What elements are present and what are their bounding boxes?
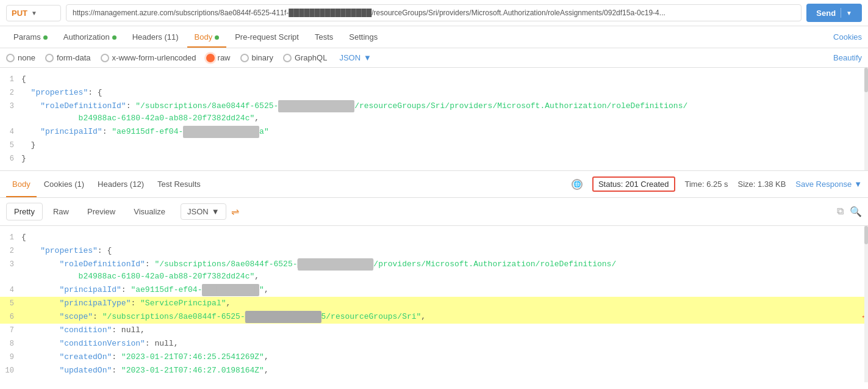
resp-scrollbar-thumb[interactable] <box>864 226 868 244</box>
time-info: Time: 6.25 s <box>685 180 728 189</box>
radio-binary-circle <box>240 54 249 62</box>
response-tabs: Body Cookies (1) Headers (12) Test Resul… <box>6 176 562 192</box>
req-line-3: 3 "roleDefinitionId": "/subscriptions/8a… <box>0 100 868 125</box>
radio-formdata[interactable]: form-data <box>45 53 91 62</box>
resp-testresults-label: Test Results <box>157 180 201 189</box>
radio-graphql[interactable]: GraphQL <box>283 53 327 62</box>
method-chevron-icon: ▼ <box>31 10 37 16</box>
radio-none-circle <box>6 54 15 62</box>
tab-headers[interactable]: Headers (11) <box>125 26 186 48</box>
status-info: 🌐 Status: 201 Created Time: 6.25 s Size:… <box>572 176 862 192</box>
req-line-1: 1 { <box>0 73 868 86</box>
resp-json-chevron-icon: ▼ <box>212 207 220 216</box>
rvtab-preview-label: Preview <box>87 207 115 216</box>
request-body-editor: 1 { 2 "properties": { 3 "roleDefinitionI… <box>0 68 868 171</box>
editor-scrollbar-thumb[interactable] <box>864 68 868 92</box>
radio-urlencoded-circle <box>101 54 109 62</box>
rvtab-pretty[interactable]: Pretty <box>6 203 43 220</box>
copy-button[interactable]: ⧉ <box>837 206 844 217</box>
globe-icon: 🌐 <box>572 179 583 190</box>
tab-settings[interactable]: Settings <box>342 26 385 48</box>
params-dot <box>43 35 48 40</box>
resp-line-3: 3 "roleDefinitionId": "/subscriptions/8a… <box>0 258 868 283</box>
rvtab-pretty-label: Pretty <box>14 207 35 216</box>
method-label: PUT <box>12 9 27 18</box>
send-divider <box>841 8 841 18</box>
radio-binary-label: binary <box>252 53 273 62</box>
radio-urlencoded-label: x-www-form-urlencoded <box>112 53 196 62</box>
resp-tab-headers[interactable]: Headers (12) <box>91 176 150 192</box>
resp-line-6: 6 "scope": "/subscriptions/8ae0844f-6525… <box>0 310 868 324</box>
cookies-link[interactable]: Cookies <box>833 32 862 42</box>
beautify-button[interactable]: Beautify <box>833 53 862 62</box>
tab-prerequest-label: Pre-request Script <box>235 32 299 42</box>
response-meta-bar: Body Cookies (1) Headers (12) Test Resul… <box>0 171 868 198</box>
radio-none[interactable]: none <box>6 53 35 62</box>
radio-formdata-label: form-data <box>57 53 91 62</box>
radio-graphql-circle <box>283 54 292 62</box>
tab-params[interactable]: Params <box>6 26 55 48</box>
tab-body[interactable]: Body <box>187 26 227 48</box>
resp-line-4: 4 "principalId": "ae9115df-ef04-████████… <box>0 283 868 297</box>
resp-cookies-label: Cookies (1) <box>44 180 84 189</box>
tab-body-label: Body <box>195 32 213 42</box>
radio-graphql-label: GraphQL <box>295 53 327 62</box>
resp-line-1: 1 { <box>0 231 868 244</box>
response-body: 1 { 2 "properties": { 3 "roleDefinitionI… <box>0 226 868 382</box>
tab-authorization[interactable]: Authorization <box>56 26 124 48</box>
resp-body-label: Body <box>12 180 30 189</box>
save-response-chevron: ▼ <box>854 180 862 189</box>
resp-line-10: 10 "updatedOn": "2023-01-21T07:46:27.019… <box>0 364 868 377</box>
resp-line-8: 8 "conditionVersion": null, <box>0 337 868 351</box>
radio-formdata-circle <box>45 54 54 62</box>
tab-authorization-label: Authorization <box>63 32 110 42</box>
resp-line-9: 9 "createdOn": "2023-01-21T07:46:25.2541… <box>0 351 868 364</box>
json-format-select[interactable]: JSON ▼ <box>339 53 371 62</box>
req-line-2: 2 "properties": { <box>0 86 868 100</box>
req-line-4: 4 "principalId": "ae9115df-ef04-████████… <box>0 125 868 139</box>
rvtab-preview[interactable]: Preview <box>79 203 123 220</box>
auth-dot <box>112 35 117 40</box>
send-arrow-icon: ▼ <box>846 10 852 16</box>
resp-headers-label: Headers (12) <box>98 180 144 189</box>
resp-tab-cookies[interactable]: Cookies (1) <box>38 176 90 192</box>
resp-tab-testresults[interactable]: Test Results <box>151 176 207 192</box>
rvtab-visualize[interactable]: Visualize <box>126 203 173 220</box>
tab-prerequest[interactable]: Pre-request Script <box>228 26 306 48</box>
editor-scrollbar[interactable] <box>864 68 868 170</box>
tab-tests[interactable]: Tests <box>307 26 340 48</box>
json-format-label: JSON <box>339 53 360 62</box>
search-button[interactable]: 🔍 <box>850 206 862 217</box>
resp-actions: ⧉ 🔍 <box>837 206 862 217</box>
radio-urlencoded[interactable]: x-www-form-urlencoded <box>101 53 196 62</box>
resp-json-format-btn[interactable]: JSON ▼ <box>181 203 226 220</box>
filter-icon[interactable]: ⇌ <box>231 206 239 217</box>
resp-line-2: 2 "properties": { <box>0 244 868 258</box>
json-chevron-icon: ▼ <box>364 53 371 62</box>
save-response-button[interactable]: Save Response ▼ <box>795 180 862 189</box>
url-input[interactable] <box>66 4 802 21</box>
req-line-6: 6 } <box>0 152 868 165</box>
radio-raw-label: raw <box>218 53 231 62</box>
tab-tests-label: Tests <box>315 32 333 42</box>
rvtab-raw[interactable]: Raw <box>45 203 77 220</box>
resp-json-label: JSON <box>187 207 209 216</box>
method-select[interactable]: PUT ▼ <box>6 5 61 21</box>
tab-headers-label: Headers (11) <box>132 32 179 42</box>
rvtab-visualize-label: Visualize <box>134 207 165 216</box>
status-badge: Status: 201 Created <box>592 176 675 192</box>
send-label: Send <box>816 9 836 18</box>
resp-tab-body[interactable]: Body <box>6 176 37 192</box>
body-dot <box>215 35 219 40</box>
resp-line-5: 5 "principalType": "ServicePrincipal", <box>0 297 868 310</box>
tab-params-label: Params <box>13 32 41 42</box>
radio-binary[interactable]: binary <box>240 53 273 62</box>
request-tabs: Params Authorization Headers (11) Body P… <box>0 26 868 48</box>
radio-raw-circle <box>206 54 215 62</box>
size-info: Size: 1.38 KB <box>738 180 786 189</box>
top-bar: PUT ▼ Send ▼ <box>0 0 868 26</box>
radio-raw[interactable]: raw <box>206 53 231 62</box>
save-response-label: Save Response <box>795 180 852 189</box>
resp-scrollbar-track[interactable] <box>864 226 868 382</box>
send-button[interactable]: Send ▼ <box>806 4 862 22</box>
